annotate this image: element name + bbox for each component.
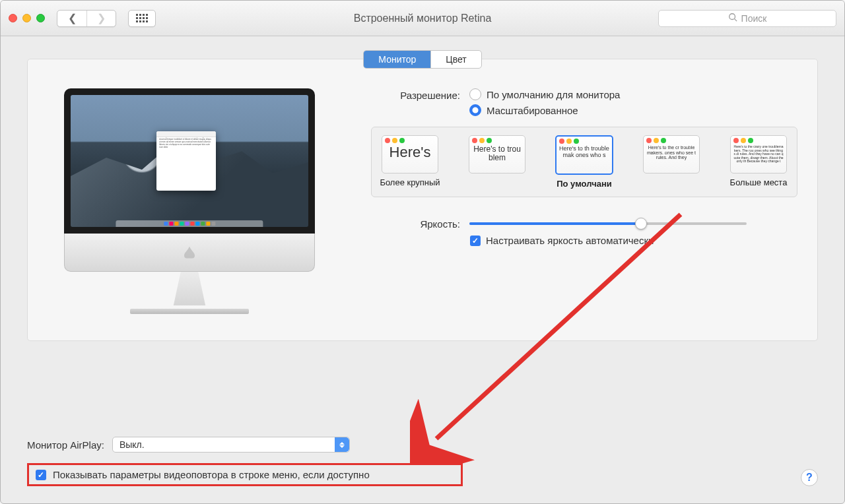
scale-option-more-space[interactable]: Here's to the crazy one troublemakers. T…	[728, 135, 789, 189]
airplay-select[interactable]: Выкл.	[112, 437, 350, 453]
chevron-right-icon: ❯	[97, 12, 106, 24]
tab-color[interactable]: Цвет	[430, 51, 481, 68]
tab-group: Монитор Цвет	[363, 50, 481, 69]
radio-label: Масштабированное	[487, 105, 578, 116]
checkbox-icon	[36, 470, 46, 480]
svg-point-0	[729, 14, 735, 20]
resolution-default-radio[interactable]: По умолчанию для монитора	[469, 88, 620, 100]
resolution-scaled-radio[interactable]: Масштабированное	[469, 104, 620, 116]
preferences-window: ❮ ❯ Встроенный монитор Retina Поиск	[0, 0, 845, 504]
airplay-label: Монитор AirPlay:	[27, 439, 104, 451]
grid-icon	[136, 14, 148, 22]
show-mirroring-checkbox[interactable]: Показывать параметры видеоповтора в стро…	[27, 463, 463, 486]
scale-option-default[interactable]: Here's to th troublemak ones who s По ум…	[554, 135, 615, 189]
brightness-slider[interactable]	[469, 222, 747, 225]
scale-option-larger-text[interactable]: Here's Более крупный	[380, 135, 440, 189]
search-field[interactable]: Поиск	[658, 10, 836, 27]
nav-segment: ❮ ❯	[57, 10, 116, 27]
scale-options-box: Here's Более крупный Here's to troublem …	[371, 127, 797, 197]
scale-option-4[interactable]: Here's to the cr troublemakers. ones who…	[641, 135, 702, 189]
show-all-button[interactable]	[128, 10, 156, 27]
monitor-illustration: Lorem ipsum dolor sit amet consectetur a…	[64, 88, 315, 314]
radio-label: По умолчанию для монитора	[487, 89, 620, 100]
help-button[interactable]: ?	[801, 469, 818, 486]
search-icon	[728, 13, 737, 24]
auto-brightness-checkbox[interactable]: Настраивать яркость автоматически	[470, 235, 654, 246]
svg-line-1	[734, 19, 737, 22]
tab-display[interactable]: Монитор	[364, 51, 430, 68]
checkbox-label: Показывать параметры видеоповтора в стро…	[53, 469, 370, 480]
minimize-window-button[interactable]	[22, 14, 31, 22]
scale-option-2[interactable]: Here's to troublem	[467, 135, 527, 189]
settings-panel: Монитор Цвет Lorem ipsum dolor sit amet …	[27, 59, 818, 341]
search-placeholder: Поиск	[741, 13, 767, 24]
zoom-window-button[interactable]	[36, 14, 45, 22]
radio-icon	[469, 88, 481, 100]
radio-icon	[469, 104, 481, 116]
close-window-button[interactable]	[9, 14, 17, 22]
airplay-value: Выкл.	[119, 439, 145, 450]
checkbox-icon	[470, 236, 481, 246]
forward-button[interactable]: ❯	[86, 11, 116, 26]
brightness-label: Яркость:	[371, 217, 460, 230]
back-button[interactable]: ❮	[57, 11, 86, 26]
resolution-label: Разрешение:	[371, 88, 460, 101]
window-controls	[9, 14, 45, 22]
chevron-left-icon: ❮	[68, 12, 77, 24]
checkbox-label: Настраивать яркость автоматически	[486, 235, 654, 246]
select-arrows-icon	[335, 437, 349, 452]
titlebar: ❮ ❯ Встроенный монитор Retina Поиск	[1, 1, 844, 36]
